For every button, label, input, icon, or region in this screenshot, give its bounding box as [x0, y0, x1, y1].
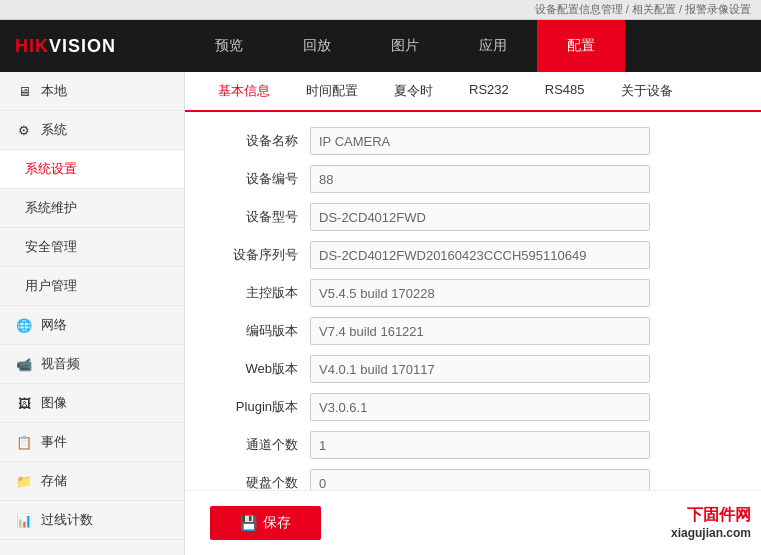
input-device-model: [310, 203, 650, 231]
sidebar-label-maintenance: 系统维护: [25, 199, 77, 217]
sidebar-label-counter: 过线计数: [41, 511, 93, 529]
nav-item-picture[interactable]: 图片: [361, 20, 449, 72]
sidebar-item-user[interactable]: 用户管理: [0, 267, 184, 306]
sidebar-item-image[interactable]: 🖼图像: [0, 384, 184, 423]
form-row-device-number: 设备编号: [210, 165, 736, 193]
input-plugin-version: [310, 393, 650, 421]
network-icon: 🌐: [15, 316, 33, 334]
label-channel-count: 通道个数: [210, 436, 310, 454]
video-icon: 📹: [15, 355, 33, 373]
nav-item-preview[interactable]: 预览: [185, 20, 273, 72]
nav-item-playback[interactable]: 回放: [273, 20, 361, 72]
input-encode-version: [310, 317, 650, 345]
sidebar-item-system[interactable]: ⚙系统: [0, 111, 184, 150]
sidebar-label-video: 视音频: [41, 355, 80, 373]
sidebar-item-system-settings[interactable]: 系统设置: [0, 150, 184, 189]
sidebar-label-system: 系统: [41, 121, 67, 139]
sidebar-label-event: 事件: [41, 433, 67, 451]
content-area: 基本信息时间配置夏令时RS232RS485关于设备 设备名称设备编号设备型号设备…: [185, 72, 761, 555]
label-device-name: 设备名称: [210, 132, 310, 150]
logo-area: HIKVISION: [0, 36, 185, 57]
counter-icon: 📊: [15, 511, 33, 529]
nav-item-config[interactable]: 配置: [537, 20, 625, 72]
banner-text: 设备配置信息管理 / 相关配置 / 报警录像设置: [535, 2, 751, 17]
sidebar-label-network: 网络: [41, 316, 67, 334]
sidebar: 🖥本地⚙系统系统设置系统维护安全管理用户管理🌐网络📹视音频🖼图像📋事件📁存储📊过…: [0, 72, 185, 555]
input-device-serial: [310, 241, 650, 269]
form-row-device-serial: 设备序列号: [210, 241, 736, 269]
header: HIKVISION 预览回放图片应用配置: [0, 20, 761, 72]
tab-dst[interactable]: 夏令时: [376, 72, 451, 112]
form-row-hdd-count: 硬盘个数: [210, 469, 736, 490]
label-encode-version: 编码版本: [210, 322, 310, 340]
form-row-plugin-version: Plugin版本: [210, 393, 736, 421]
label-device-model: 设备型号: [210, 208, 310, 226]
sidebar-item-local[interactable]: 🖥本地: [0, 72, 184, 111]
form-row-web-version: Web版本: [210, 355, 736, 383]
input-web-version: [310, 355, 650, 383]
logo: HIKVISION: [15, 36, 116, 57]
tab-time[interactable]: 时间配置: [288, 72, 376, 112]
input-channel-count: [310, 431, 650, 459]
storage-icon: 📁: [15, 472, 33, 490]
form-row-main-version: 主控版本: [210, 279, 736, 307]
label-web-version: Web版本: [210, 360, 310, 378]
main-layout: 🖥本地⚙系统系统设置系统维护安全管理用户管理🌐网络📹视音频🖼图像📋事件📁存储📊过…: [0, 72, 761, 555]
input-hdd-count: [310, 469, 650, 490]
tabs-bar: 基本信息时间配置夏令时RS232RS485关于设备: [185, 72, 761, 112]
sidebar-item-event[interactable]: 📋事件: [0, 423, 184, 462]
sidebar-item-maintenance[interactable]: 系统维护: [0, 189, 184, 228]
sidebar-item-counter[interactable]: 📊过线计数: [0, 501, 184, 540]
label-device-serial: 设备序列号: [210, 246, 310, 264]
logo-hik: HIK: [15, 36, 49, 56]
sidebar-label-user: 用户管理: [25, 277, 77, 295]
sidebar-label-system-settings: 系统设置: [25, 160, 77, 178]
local-icon: 🖥: [15, 82, 33, 100]
image-icon: 🖼: [15, 394, 33, 412]
label-device-number: 设备编号: [210, 170, 310, 188]
save-button[interactable]: 💾 保存: [210, 506, 321, 540]
input-device-number[interactable]: [310, 165, 650, 193]
watermark-line1: 下固件网: [671, 505, 751, 526]
watermark-line2: xiagujian.com: [671, 526, 751, 540]
top-banner: 设备配置信息管理 / 相关配置 / 报警录像设置: [0, 0, 761, 20]
save-icon: 💾: [240, 515, 257, 531]
form-row-encode-version: 编码版本: [210, 317, 736, 345]
save-label: 保存: [263, 514, 291, 532]
event-icon: 📋: [15, 433, 33, 451]
watermark: 下固件网 xiagujian.com: [671, 505, 751, 540]
main-nav: 预览回放图片应用配置: [185, 20, 761, 72]
form-row-device-name: 设备名称: [210, 127, 736, 155]
logo-vision: VISION: [49, 36, 116, 56]
sidebar-label-storage: 存储: [41, 472, 67, 490]
tab-basic[interactable]: 基本信息: [200, 72, 288, 112]
nav-item-app[interactable]: 应用: [449, 20, 537, 72]
tab-rs485[interactable]: RS485: [527, 72, 603, 112]
sidebar-item-network[interactable]: 🌐网络: [0, 306, 184, 345]
input-device-name[interactable]: [310, 127, 650, 155]
form-content: 设备名称设备编号设备型号设备序列号主控版本编码版本Web版本Plugin版本通道…: [185, 112, 761, 490]
label-plugin-version: Plugin版本: [210, 398, 310, 416]
sidebar-label-security: 安全管理: [25, 238, 77, 256]
sidebar-label-local: 本地: [41, 82, 67, 100]
tab-about[interactable]: 关于设备: [603, 72, 691, 112]
input-main-version: [310, 279, 650, 307]
form-row-device-model: 设备型号: [210, 203, 736, 231]
label-main-version: 主控版本: [210, 284, 310, 302]
sidebar-label-image: 图像: [41, 394, 67, 412]
sidebar-item-video[interactable]: 📹视音频: [0, 345, 184, 384]
sidebar-item-security[interactable]: 安全管理: [0, 228, 184, 267]
label-hdd-count: 硬盘个数: [210, 474, 310, 490]
system-icon: ⚙: [15, 121, 33, 139]
sidebar-item-storage[interactable]: 📁存储: [0, 462, 184, 501]
form-row-channel-count: 通道个数: [210, 431, 736, 459]
tab-rs232[interactable]: RS232: [451, 72, 527, 112]
